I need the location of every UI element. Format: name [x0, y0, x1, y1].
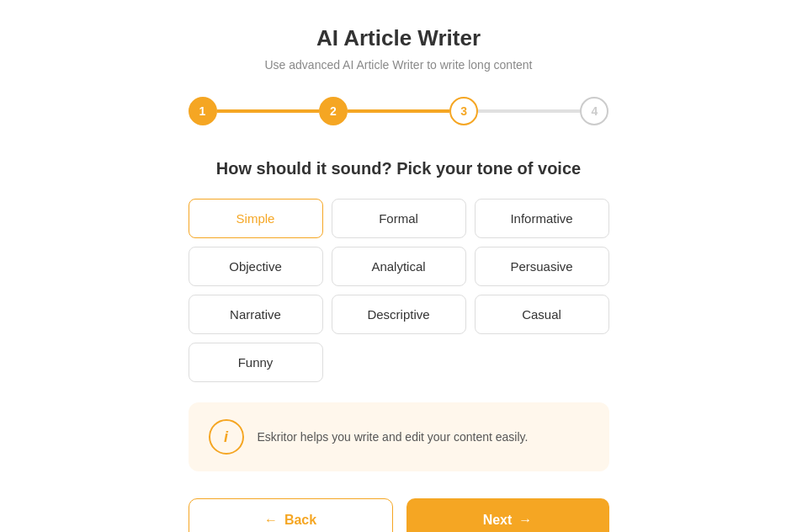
- step-4: 4: [580, 97, 608, 125]
- tone-informative[interactable]: Informative: [475, 199, 609, 238]
- back-label: Back: [284, 513, 316, 528]
- step-line-2-3: [348, 109, 449, 113]
- next-arrow-icon: →: [518, 513, 532, 528]
- step-line-3-4: [478, 109, 580, 113]
- page-title: AI Article Writer: [316, 25, 481, 51]
- tone-simple[interactable]: Simple: [189, 199, 323, 238]
- tone-descriptive[interactable]: Descriptive: [332, 295, 466, 334]
- tone-grid: Simple Formal Informative Objective Anal…: [189, 199, 609, 382]
- info-icon-wrapper: i: [209, 419, 244, 455]
- button-row: ← Back Next →: [189, 498, 609, 532]
- step-line-1-2: [217, 109, 319, 113]
- info-icon: i: [224, 428, 228, 446]
- back-button[interactable]: ← Back: [189, 498, 393, 532]
- tone-formal[interactable]: Formal: [332, 199, 466, 238]
- steps-progress: 1 2 3 4: [189, 97, 609, 125]
- step-3: 3: [449, 97, 478, 125]
- next-button[interactable]: Next →: [406, 498, 609, 532]
- tone-objective[interactable]: Objective: [189, 247, 323, 286]
- tone-analytical[interactable]: Analytical: [332, 247, 466, 286]
- tone-casual[interactable]: Casual: [475, 295, 609, 334]
- step-2: 2: [319, 97, 348, 125]
- back-arrow-icon: ←: [264, 513, 278, 528]
- section-title: How should it sound? Pick your tone of v…: [216, 159, 581, 178]
- tone-narrative[interactable]: Narrative: [189, 295, 323, 334]
- step-1: 1: [189, 97, 217, 125]
- main-container: AI Article Writer Use advanced AI Articl…: [146, 0, 651, 532]
- info-text: Eskritor helps you write and edit your c…: [258, 428, 529, 446]
- tone-funny[interactable]: Funny: [189, 343, 323, 382]
- next-label: Next: [483, 513, 513, 528]
- info-box: i Eskritor helps you write and edit your…: [189, 402, 609, 471]
- page-subtitle: Use advanced AI Article Writer to write …: [264, 58, 532, 72]
- tone-persuasive[interactable]: Persuasive: [475, 247, 609, 286]
